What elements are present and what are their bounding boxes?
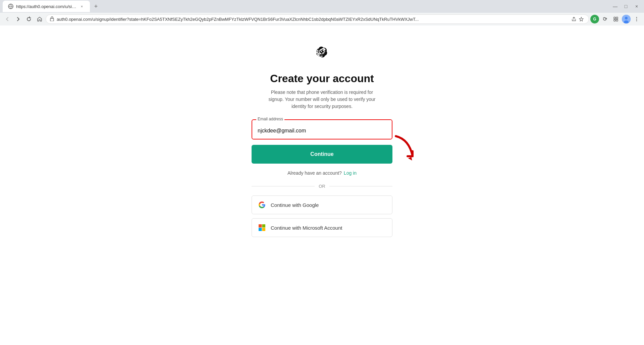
divider-line-left <box>252 186 315 186</box>
svg-rect-14 <box>259 228 262 231</box>
new-tab-button[interactable]: + <box>91 2 101 11</box>
already-account-text: Already have an account? <box>287 170 342 176</box>
svg-point-9 <box>636 17 637 18</box>
google-extension-icon[interactable]: G <box>590 15 599 23</box>
page-content: Create your account Please note that pho… <box>0 25 644 345</box>
svg-rect-4 <box>614 19 615 21</box>
maximize-button[interactable]: □ <box>621 2 631 11</box>
reload-button[interactable] <box>24 14 34 24</box>
google-button-label: Continue with Google <box>271 202 319 208</box>
home-button[interactable] <box>35 14 44 24</box>
nav-right-icons: G <box>590 14 641 24</box>
tab-close-button[interactable]: × <box>79 4 85 9</box>
forward-button[interactable] <box>13 14 23 24</box>
chrome-menu-button[interactable] <box>632 14 641 24</box>
page-title: Create your account <box>270 72 374 85</box>
url-text: auth0.openai.com/u/signup/identifier?sta… <box>57 17 568 22</box>
login-row: Already have an account? Log in <box>287 170 357 176</box>
svg-rect-2 <box>614 17 615 19</box>
svg-point-7 <box>625 17 628 19</box>
form-container: Create your account Please note that pho… <box>252 72 392 241</box>
microsoft-icon <box>259 224 265 231</box>
form-wrapper: Create your account Please note that pho… <box>252 72 392 241</box>
lock-icon <box>50 16 54 22</box>
active-tab[interactable]: https://auth0.openai.com/u/sign... × <box>3 1 90 12</box>
email-input-group: Email address <box>252 119 392 139</box>
email-input[interactable] <box>252 120 392 139</box>
email-label: Email address <box>256 117 284 121</box>
svg-point-11 <box>636 20 637 21</box>
minimize-button[interactable]: — <box>610 2 620 11</box>
or-text: OR <box>319 184 325 189</box>
tab-favicon <box>8 4 13 9</box>
extensions-button[interactable] <box>600 14 610 24</box>
page-subtitle: Please note that phone verification is r… <box>268 89 376 110</box>
svg-rect-1 <box>50 18 54 21</box>
close-window-button[interactable]: × <box>632 2 641 11</box>
svg-point-10 <box>636 19 637 20</box>
divider-line-right <box>329 186 392 186</box>
svg-rect-12 <box>259 224 262 228</box>
or-divider: OR <box>252 184 392 189</box>
svg-rect-13 <box>262 224 266 228</box>
svg-rect-15 <box>262 228 266 231</box>
star-icon[interactable] <box>578 16 585 22</box>
google-icon <box>259 202 265 208</box>
address-bar[interactable]: auth0.openai.com/u/signup/identifier?sta… <box>46 14 589 24</box>
continue-button[interactable]: Continue <box>252 145 392 164</box>
openai-logo <box>314 46 330 62</box>
browser-chrome: https://auth0.openai.com/u/sign... × + —… <box>0 0 644 25</box>
window-controls: — □ × <box>610 2 641 11</box>
microsoft-button-label: Continue with Microsoft Account <box>271 225 342 231</box>
tab-grid-button[interactable] <box>611 14 621 24</box>
nav-bar: auth0.openai.com/u/signup/identifier?sta… <box>0 13 644 25</box>
title-bar: https://auth0.openai.com/u/sign... × + —… <box>0 0 644 13</box>
google-signin-button[interactable]: Continue with Google <box>252 195 392 214</box>
login-link[interactable]: Log in <box>344 170 357 176</box>
svg-rect-3 <box>616 17 618 19</box>
tab-title: https://auth0.openai.com/u/sign... <box>16 4 76 9</box>
back-button[interactable] <box>3 14 12 24</box>
microsoft-signin-button[interactable]: Continue with Microsoft Account <box>252 218 392 237</box>
profile-button[interactable] <box>622 15 631 23</box>
share-icon[interactable] <box>571 16 577 22</box>
red-arrow-annotation <box>389 133 419 163</box>
svg-rect-5 <box>616 19 618 21</box>
address-bar-actions <box>571 16 585 22</box>
